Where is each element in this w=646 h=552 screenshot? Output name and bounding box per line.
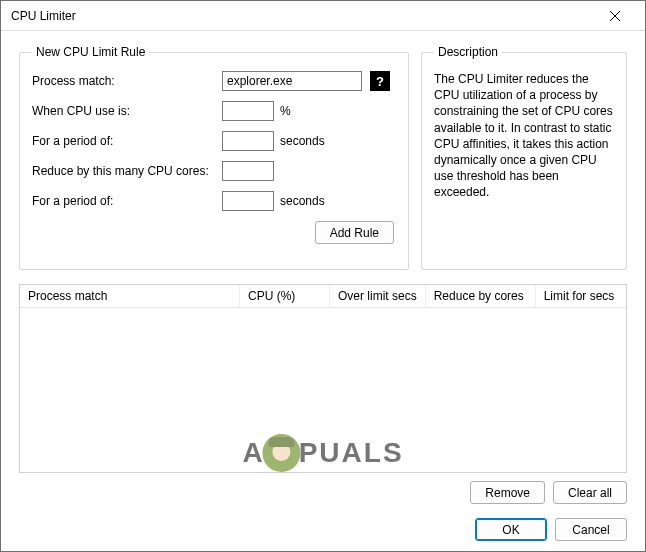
add-rule-button[interactable]: Add Rule [315, 221, 394, 244]
when-cpu-label: When CPU use is: [32, 104, 222, 118]
ok-button[interactable]: OK [475, 518, 547, 541]
titlebar: CPU Limiter [1, 1, 645, 31]
top-panels: New CPU Limit Rule Process match: ? When… [19, 45, 627, 270]
rules-table: Process match CPU (%) Over limit secs Re… [19, 284, 627, 473]
reduce-label: Reduce by this many CPU cores: [32, 164, 222, 178]
description-text: The CPU Limiter reduces the CPU utilizat… [434, 71, 614, 201]
col-cpu-percent[interactable]: CPU (%) [240, 285, 330, 307]
description-legend: Description [434, 45, 502, 59]
add-rule-row: Add Rule [32, 221, 396, 244]
row-when-cpu: When CPU use is: % [32, 101, 396, 121]
row-process-match: Process match: ? [32, 71, 396, 91]
process-match-label: Process match: [32, 74, 222, 88]
col-over-limit[interactable]: Over limit secs [330, 285, 426, 307]
period1-input[interactable] [222, 131, 274, 151]
remove-button[interactable]: Remove [470, 481, 545, 504]
when-cpu-unit: % [280, 104, 291, 118]
col-process-match[interactable]: Process match [20, 285, 240, 307]
row-reduce-cores: Reduce by this many CPU cores: [32, 161, 396, 181]
new-rule-group: New CPU Limit Rule Process match: ? When… [19, 45, 409, 270]
process-match-input[interactable] [222, 71, 362, 91]
clear-all-button[interactable]: Clear all [553, 481, 627, 504]
period1-unit: seconds [280, 134, 325, 148]
content-area: New CPU Limit Rule Process match: ? When… [1, 31, 645, 551]
row-period-1: For a period of: seconds [32, 131, 396, 151]
dialog-buttons: OK Cancel [19, 518, 627, 541]
period2-label: For a period of: [32, 194, 222, 208]
period2-input[interactable] [222, 191, 274, 211]
table-buttons-row: Remove Clear all [19, 481, 627, 504]
table-body[interactable] [20, 308, 626, 472]
close-button[interactable] [595, 1, 635, 31]
when-cpu-input[interactable] [222, 101, 274, 121]
col-limit-secs[interactable]: Limit for secs [536, 285, 626, 307]
row-period-2: For a period of: seconds [32, 191, 396, 211]
reduce-cores-input[interactable] [222, 161, 274, 181]
close-icon [610, 11, 620, 21]
col-reduce-cores[interactable]: Reduce by cores [426, 285, 536, 307]
period1-label: For a period of: [32, 134, 222, 148]
window-title: CPU Limiter [11, 9, 595, 23]
new-rule-legend: New CPU Limit Rule [32, 45, 149, 59]
period2-unit: seconds [280, 194, 325, 208]
help-icon[interactable]: ? [370, 71, 390, 91]
dialog-window: CPU Limiter New CPU Limit Rule Process m… [0, 0, 646, 552]
description-group: Description The CPU Limiter reduces the … [421, 45, 627, 270]
cancel-button[interactable]: Cancel [555, 518, 627, 541]
table-header: Process match CPU (%) Over limit secs Re… [20, 285, 626, 308]
